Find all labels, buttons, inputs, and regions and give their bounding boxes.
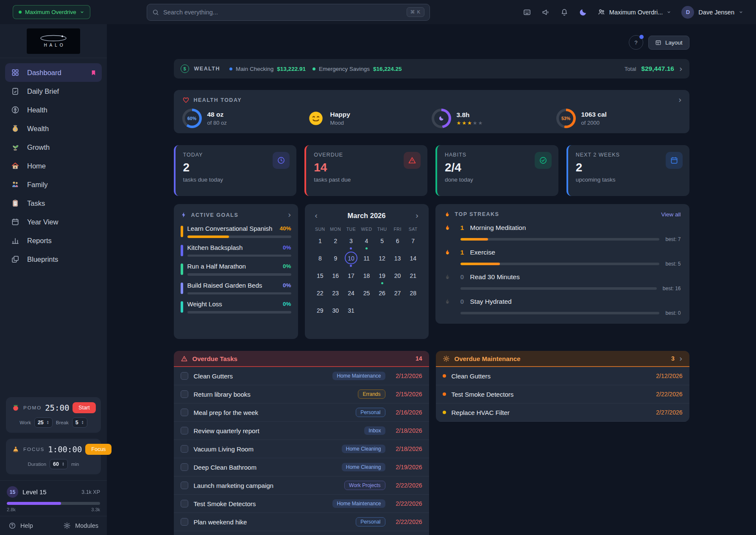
calendar-day-21[interactable]: 21	[405, 269, 421, 286]
calendar-day-12[interactable]: 12	[374, 252, 390, 269]
family-selector[interactable]: Maximum Overdri...	[597, 8, 672, 16]
scope-selector[interactable]: Maximum Overdrive	[13, 5, 90, 19]
task-checkbox[interactable]	[181, 427, 188, 434]
task-row[interactable]: Clean Gutters Home Maintenance 2/12/2026	[174, 367, 429, 385]
duration-stepper[interactable]: 60▲▼	[50, 459, 68, 469]
chevron-right-icon[interactable]: ›	[679, 355, 683, 363]
calendar-day-1[interactable]: 1	[312, 234, 328, 252]
bookmark-icon[interactable]	[90, 70, 97, 76]
calendar-day-31[interactable]: 31	[343, 304, 359, 321]
stat-card-next-2-weeks[interactable]: NEXT 2 WEEKS 2 upcoming tasks	[566, 145, 689, 196]
calendar-day-23[interactable]: 23	[328, 286, 343, 304]
task-checkbox[interactable]	[181, 463, 188, 471]
task-checkbox[interactable]	[181, 482, 188, 489]
goal-row[interactable]: Build Raised Garden Beds 0%	[181, 282, 291, 295]
task-row[interactable]: Return library books Errands 2/15/2026	[174, 385, 429, 403]
goal-row[interactable]: Kitchen Backsplash 0%	[181, 244, 291, 257]
sidebar-item-year-view[interactable]: Year View	[5, 213, 102, 231]
calendar-day-10[interactable]: 10	[343, 252, 359, 269]
calendar-day-14[interactable]: 14	[405, 252, 421, 269]
calendar-day-13[interactable]: 13	[390, 252, 405, 269]
calendar-day-8[interactable]: 8	[312, 252, 328, 269]
task-row[interactable]: Deep Clean Bathroom Home Cleaning 2/19/2…	[174, 458, 429, 476]
calendar-day-19[interactable]: 19	[374, 269, 390, 286]
calendar-day-24[interactable]: 24	[343, 286, 359, 304]
goal-row[interactable]: Run a Half Marathon 0%	[181, 263, 291, 276]
sidebar-item-home[interactable]: Home	[5, 157, 102, 175]
calendar-day-25[interactable]: 25	[359, 286, 374, 304]
calendar-day-9[interactable]: 9	[328, 252, 343, 269]
moon-icon[interactable]	[579, 8, 587, 17]
task-checkbox[interactable]	[181, 445, 188, 453]
chevron-right-icon[interactable]: ›	[288, 211, 291, 219]
task-row[interactable]: Review quarterly report Inbox 2/18/2026	[174, 422, 429, 440]
work-stepper[interactable]: 25▲▼	[34, 417, 53, 428]
task-row[interactable]: Launch marketing campaign Work Projects …	[174, 476, 429, 495]
bell-icon[interactable]	[560, 8, 569, 17]
break-stepper[interactable]: 5▲▼	[72, 417, 87, 428]
stepper-arrows-icon[interactable]: ▲▼	[47, 420, 49, 425]
calendar-day-17[interactable]: 17	[343, 269, 359, 286]
calendar-day-29[interactable]: 29	[312, 304, 328, 321]
calendar-day-4[interactable]: 4	[359, 234, 374, 252]
user-menu[interactable]: D Dave Jensen	[681, 6, 743, 19]
task-checkbox[interactable]	[181, 518, 188, 526]
sidebar-item-tasks[interactable]: Tasks	[5, 194, 102, 213]
search-input[interactable]	[163, 9, 402, 16]
megaphone-icon[interactable]	[541, 8, 550, 17]
calendar-day-16[interactable]: 16	[328, 269, 343, 286]
goal-row[interactable]: Learn Conversational Spanish 40%	[181, 225, 291, 238]
task-checkbox[interactable]	[181, 409, 188, 416]
help-circle-button[interactable]: ?	[629, 35, 643, 50]
sidebar-item-reports[interactable]: Reports	[5, 231, 102, 250]
calendar-day-2[interactable]: 2	[328, 234, 343, 252]
wealth-summary-bar[interactable]: $ WEALTH Main Checking $13,222.91 Emerge…	[174, 59, 689, 78]
calendar-day-7[interactable]: 7	[405, 234, 421, 252]
task-row[interactable]: Meal prep for the week Personal 2/16/202…	[174, 403, 429, 422]
calendar-day-15[interactable]: 15	[312, 269, 328, 286]
calendar-day-22[interactable]: 22	[312, 286, 328, 304]
help-button[interactable]: Help	[8, 522, 33, 529]
chevron-right-icon[interactable]: ›	[679, 65, 683, 73]
calendar-day-28[interactable]: 28	[405, 286, 421, 304]
maintenance-row[interactable]: Replace HVAC Filter 2/27/2026	[436, 403, 689, 422]
calendar-next-button[interactable]: ›	[413, 211, 421, 220]
stat-card-overdue[interactable]: OVERDUE 14 tasks past due	[304, 145, 427, 196]
calendar-day-11[interactable]: 11	[359, 252, 374, 269]
task-checkbox[interactable]	[181, 500, 188, 507]
search-bar[interactable]: ⌘ K	[147, 4, 430, 21]
calendar-day-20[interactable]: 20	[390, 269, 405, 286]
task-checkbox[interactable]	[181, 390, 188, 398]
task-checkbox[interactable]	[181, 372, 188, 380]
calendar-day-27[interactable]: 27	[390, 286, 405, 304]
calendar-prev-button[interactable]: ‹	[312, 211, 320, 220]
calendar-day-30[interactable]: 30	[328, 304, 343, 321]
sidebar-item-dashboard[interactable]: Dashboard	[5, 63, 102, 82]
task-row[interactable]: Vacuum Living Room Home Cleaning 2/18/20…	[174, 440, 429, 458]
sidebar-item-health[interactable]: Health	[5, 101, 102, 119]
maintenance-row[interactable]: Test Smoke Detectors 2/22/2026	[436, 385, 689, 403]
pomo-start-button[interactable]: Start	[73, 402, 95, 413]
stat-card-habits[interactable]: HABITS 2/4 done today	[435, 145, 558, 196]
calendar-day-5[interactable]: 5	[374, 234, 390, 252]
calendar-day-3[interactable]: 3	[343, 234, 359, 252]
stepper-arrows-icon[interactable]: ▲▼	[81, 420, 84, 425]
task-row[interactable]: Plan weekend hike Personal 2/22/2026	[174, 513, 429, 531]
calendar-day-18[interactable]: 18	[359, 269, 374, 286]
sidebar-item-growth[interactable]: Growth	[5, 138, 102, 157]
sidebar-item-wealth[interactable]: $Wealth	[5, 119, 102, 138]
stat-card-today[interactable]: TODAY 2 tasks due today	[174, 145, 297, 196]
maintenance-row[interactable]: Clean Gutters 2/12/2026	[436, 367, 689, 385]
sidebar-item-blueprints[interactable]: Blueprints	[5, 250, 102, 269]
task-row[interactable]: Test Smoke Detectors Home Maintenance 2/…	[174, 495, 429, 513]
chevron-right-icon[interactable]: ›	[678, 96, 682, 104]
stepper-arrows-icon[interactable]: ▲▼	[62, 462, 64, 466]
goal-row[interactable]: Weight Loss 0%	[181, 300, 291, 314]
focus-button[interactable]: Focus	[85, 444, 112, 455]
view-all-link[interactable]: View all	[661, 211, 681, 218]
calendar-day-6[interactable]: 6	[390, 234, 405, 252]
calendar-day-26[interactable]: 26	[374, 286, 390, 304]
modules-button[interactable]: Modules	[63, 522, 98, 529]
keyboard-icon[interactable]	[523, 8, 531, 17]
sidebar-item-family[interactable]: Family	[5, 175, 102, 194]
